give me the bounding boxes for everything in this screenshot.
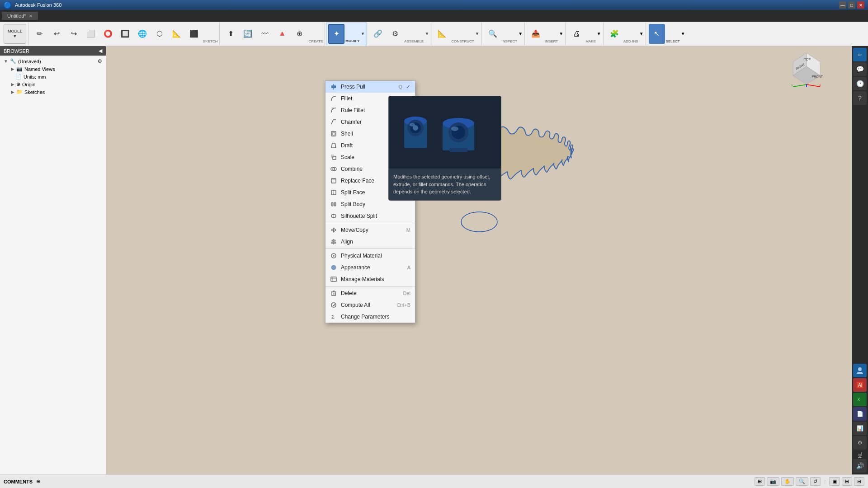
menu-item-align[interactable]: Align <box>326 236 415 248</box>
sketch-btn-3[interactable]: ↪ <box>66 24 82 44</box>
toolbar-group-make: 🖨 MAKE ▼ <box>566 23 604 45</box>
menu-item-physical-material[interactable]: Physical Material <box>326 250 415 262</box>
sketch-btn-2[interactable]: ↩ <box>48 24 65 44</box>
rs-user2-btn[interactable]: Ai <box>853 378 867 392</box>
sketch-btn-5[interactable]: ⭕ <box>100 24 116 44</box>
sketch-btn-9[interactable]: 📐 <box>169 24 185 44</box>
addins-btn[interactable]: 🧩 <box>606 24 623 44</box>
rs-misc-btn[interactable]: 📊 <box>853 422 867 435</box>
sketch-btn-1[interactable]: ✏ <box>31 24 47 44</box>
rs-chat-btn[interactable]: 💬 <box>853 62 867 76</box>
assemble-btn-1[interactable]: 🔗 <box>370 24 386 44</box>
sketch-btn-7[interactable]: 🌐 <box>134 24 151 44</box>
silhouette-split-icon <box>330 212 337 220</box>
view-btn-2[interactable]: ⊞ <box>842 477 852 486</box>
create-btn-3[interactable]: 〰 <box>257 24 273 44</box>
tree-origin[interactable]: ▶ ⊕ Origin <box>2 80 104 88</box>
toolbar-group-addins: 🧩 ADD-INS ▼ <box>604 23 646 45</box>
insert-btn[interactable]: 📥 <box>528 24 544 44</box>
svg-point-0 <box>461 212 497 232</box>
svg-text:Ai: Ai <box>858 383 862 388</box>
tab-label: Untitled* <box>7 13 26 19</box>
construct-btn[interactable]: 📐 <box>434 24 450 44</box>
modify-active-btn[interactable]: ✦ <box>328 24 344 44</box>
sketch-section-label: SKETCH <box>203 39 217 44</box>
comments-add-btn[interactable]: ⊕ <box>36 479 40 484</box>
create-section-label: CREATE <box>308 39 323 44</box>
menu-item-compute-all[interactable]: Compute All Ctrl+B <box>326 299 415 311</box>
menu-item-manage-materials[interactable]: Manage Materials <box>326 273 415 285</box>
create-btn-1[interactable]: ⬆ <box>222 24 239 44</box>
tree-root-settings[interactable]: ⚙ <box>98 58 102 64</box>
menu-label-compute-all: Compute All <box>341 302 393 308</box>
settings-icon: ⚙ <box>858 440 863 446</box>
rs-sound-btn[interactable]: 🔊 <box>853 459 867 473</box>
camera-btn[interactable]: 📷 <box>767 477 779 486</box>
sketch-icon-10: ⬛ <box>189 30 198 38</box>
tab-untitled[interactable]: Untitled* ✕ <box>2 12 38 20</box>
sketch-btn-4[interactable]: ⬜ <box>83 24 99 44</box>
menu-item-silhouette-split[interactable]: Silhouette Split <box>326 210 415 222</box>
menu-item-delete[interactable]: Delete Del <box>326 287 415 299</box>
model-dropdown[interactable]: MODEL ▼ <box>4 24 26 44</box>
maximize-button[interactable]: □ <box>848 1 855 9</box>
tree-root[interactable]: ▼ 🔧 (Unsaved) ⚙ <box>2 57 104 65</box>
grid-snap-btn[interactable]: ⊞ <box>755 477 765 486</box>
tree-named-views[interactable]: ▶ 📷 Named Views <box>2 65 104 73</box>
menu-label-align: Align <box>341 239 407 245</box>
menu-divider-3 <box>326 286 415 286</box>
tab-bar: Untitled* ✕ <box>0 10 868 22</box>
svg-text:TOP: TOP <box>804 58 811 61</box>
make-btn[interactable]: 🖨 <box>568 24 585 44</box>
menu-item-press-pull[interactable]: Press Pull Q ✓ <box>326 81 415 93</box>
menu-item-appearance[interactable]: Appearance A <box>326 262 415 273</box>
rs-avatar[interactable]: Br <box>853 48 867 61</box>
create-btn-4[interactable]: 🔺 <box>274 24 290 44</box>
tab-close-icon[interactable]: ✕ <box>29 14 33 19</box>
rs-user1-btn[interactable] <box>853 364 867 377</box>
model-arrow: ▼ <box>13 34 17 38</box>
menu-item-change-parameters[interactable]: Σ Change Parameters <box>326 311 415 323</box>
sketch-icon-7: 🌐 <box>138 30 147 38</box>
select-btn[interactable]: ↖ <box>649 24 665 44</box>
named-views-arrow: ▶ <box>11 66 14 71</box>
rs-excel-btn[interactable]: X <box>853 393 867 406</box>
menu-item-move-copy[interactable]: Move/Copy M <box>326 224 415 236</box>
rs-clock-btn[interactable]: 🕐 <box>853 77 867 90</box>
svg-rect-17 <box>333 156 336 160</box>
viewcube[interactable]: TOP RIGHT FRONT Z X Y <box>788 51 825 87</box>
close-button[interactable]: ✕ <box>857 1 864 9</box>
create-btn-2[interactable]: 🔄 <box>240 24 256 44</box>
revolve-icon: 🔄 <box>243 30 252 38</box>
zoom-btn[interactable]: 🔍 <box>796 477 808 486</box>
sketch-btn-8[interactable]: ⬡ <box>151 24 168 44</box>
view-btn-1[interactable]: ▣ <box>829 477 840 486</box>
locale-label: NL <box>858 452 863 458</box>
orbit-btn[interactable]: ↺ <box>810 477 821 486</box>
misc-icon: 📊 <box>857 425 863 432</box>
tree-sketches[interactable]: ▶ 📁 Sketches <box>2 88 104 96</box>
canvas[interactable]: TOP RIGHT FRONT Z X Y Press Pull Q <box>106 46 852 474</box>
create-btn-5[interactable]: ⊕ <box>291 24 307 44</box>
units-icon: 📄 <box>15 74 22 80</box>
menu-divider-1 <box>326 223 415 223</box>
sketch-btn-6[interactable]: 🔲 <box>117 24 133 44</box>
rs-help-btn[interactable]: ? <box>853 91 867 105</box>
pan-btn[interactable]: ✋ <box>781 477 794 486</box>
inspect-btn[interactable]: 🔍 <box>485 24 501 44</box>
browser-tree: ▼ 🔧 (Unsaved) ⚙ ▶ 📷 Named Views 📄 Units:… <box>0 56 106 474</box>
minimize-button[interactable]: — <box>839 1 846 9</box>
rs-settings-btn[interactable]: ⚙ <box>853 436 867 450</box>
user1-icon <box>855 366 864 375</box>
construct-arrow: ▼ <box>475 31 480 36</box>
assemble-btn-2[interactable]: ⚙ <box>387 24 403 44</box>
select-label: SELECT <box>666 39 680 44</box>
addins-label: ADD-INS <box>623 39 638 44</box>
rs-file-btn[interactable]: 📄 <box>853 407 867 421</box>
tree-root-label: (Unsaved) <box>18 59 41 64</box>
sidebar-collapse-icon[interactable]: ◀ <box>99 48 102 54</box>
assemble-arrow: ▼ <box>425 31 429 36</box>
view-btn-3[interactable]: ⊟ <box>854 477 864 486</box>
svg-rect-31 <box>331 242 336 244</box>
sketch-btn-10[interactable]: ⬛ <box>186 24 202 44</box>
